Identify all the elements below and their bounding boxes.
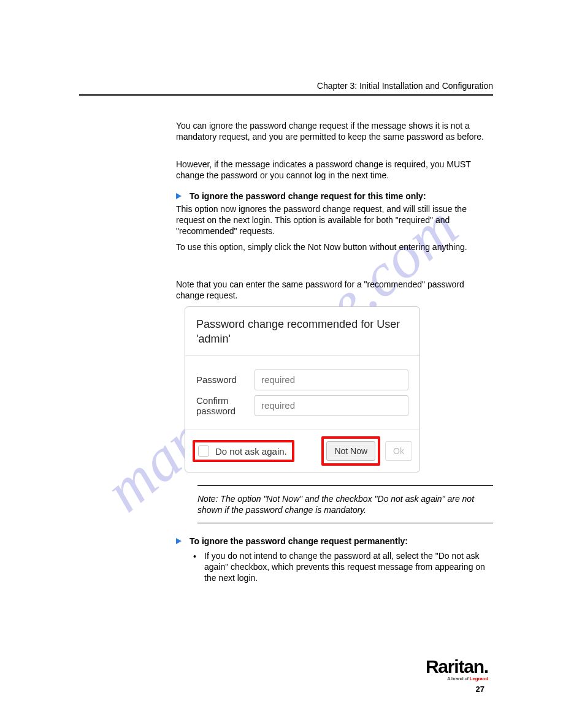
confirm-password-label: Confirm password (196, 395, 255, 417)
confirm-password-input[interactable] (255, 395, 408, 416)
note-box: Note: The option "Not Now" and the check… (197, 485, 493, 523)
paragraph-3: This option now ignores the password cha… (176, 203, 493, 237)
triangle-bullet-icon (176, 193, 182, 199)
paragraph-1: You can ignore the password change reque… (176, 121, 493, 143)
dialog-form: Password Confirm password (185, 356, 419, 430)
subhead-ignore-permanently: To ignore the password change request pe… (176, 536, 493, 546)
subhead-1-text: To ignore the password change request fo… (190, 191, 426, 201)
chapter-header: Chapter 3: Initial Installation and Conf… (79, 81, 493, 96)
password-label: Password (196, 374, 255, 385)
dialog-title: Password change recommended for User 'ad… (185, 307, 419, 356)
password-input[interactable] (255, 370, 408, 390)
raritan-logo: Raritan. A brand of Legrand (426, 656, 488, 681)
password-row: Password (196, 370, 408, 390)
paragraph-6-text: If you do not intend to change the passw… (204, 550, 493, 584)
paragraph-6: • If you do not intend to change the pas… (193, 550, 493, 584)
paragraph-5: Note that you can enter the same passwor… (176, 279, 493, 301)
do-not-ask-again-highlight: Do not ask again. (193, 440, 294, 462)
logo-sub-red: Legrand (470, 676, 488, 681)
confirm-password-row: Confirm password (196, 395, 408, 417)
bullet-dot-icon: • (193, 551, 196, 562)
do-not-ask-again-checkbox[interactable] (198, 446, 209, 457)
do-not-ask-again-label: Do not ask again. (215, 446, 287, 457)
password-change-dialog: Password change recommended for User 'ad… (185, 306, 420, 472)
logo-brand-text: Raritan. (426, 656, 488, 677)
paragraph-4: To use this option, simply click the Not… (176, 241, 493, 252)
triangle-bullet-icon (176, 538, 182, 544)
subhead-2-text: To ignore the password change request pe… (190, 536, 408, 546)
not-now-button[interactable]: Not Now (326, 441, 375, 461)
page-number: 27 (476, 684, 484, 694)
not-now-highlight: Not Now (321, 436, 380, 466)
ok-button[interactable]: Ok (385, 441, 412, 461)
dialog-footer: Do not ask again. Not Now Ok (185, 430, 419, 472)
logo-sub-prefix: A brand of (447, 676, 470, 681)
subhead-ignore-this-time: To ignore the password change request fo… (176, 191, 493, 201)
paragraph-2: However, if the message indicates a pass… (176, 159, 493, 181)
